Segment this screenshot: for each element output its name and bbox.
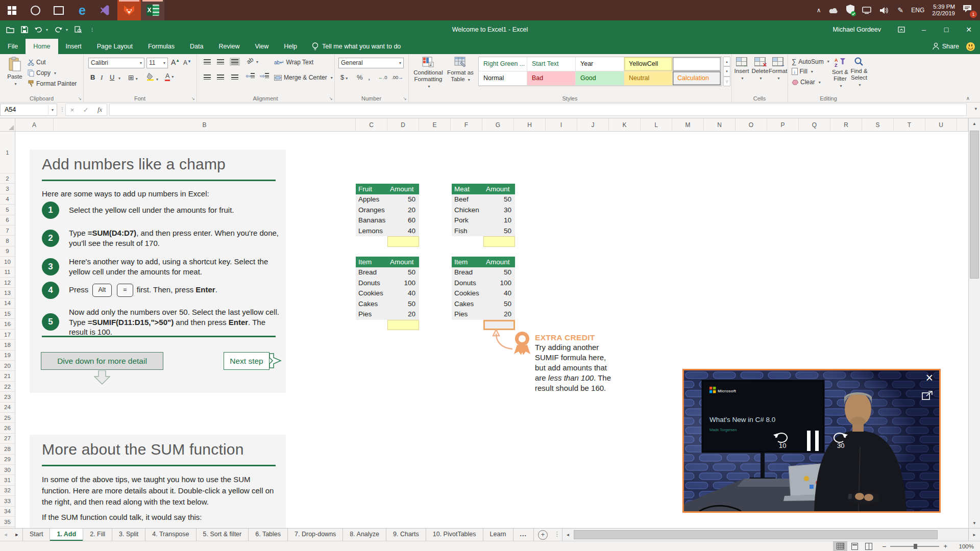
orange-answer-cell[interactable]: [483, 320, 515, 331]
table-row[interactable]: Cookies40: [356, 288, 419, 299]
vscroll-thumb[interactable]: [970, 131, 979, 279]
table-row[interactable]: Cakes50: [356, 299, 419, 310]
enter-formula-icon[interactable]: ✓: [83, 106, 89, 114]
row-header-4[interactable]: 4: [0, 194, 15, 205]
item-cell[interactable]: Bread: [356, 267, 387, 278]
table-row[interactable]: Apples50: [356, 194, 419, 205]
ribbon-tab-view[interactable]: View: [247, 39, 276, 54]
item-cell[interactable]: Donuts: [356, 278, 387, 289]
align-left-button[interactable]: [204, 74, 211, 80]
amount-cell[interactable]: 50: [387, 299, 419, 310]
decrease-decimal-button[interactable]: .00→: [391, 74, 403, 80]
amount-cell[interactable]: 50: [483, 267, 515, 278]
row-header-33[interactable]: 33: [0, 496, 15, 506]
column-header-M[interactable]: M: [672, 118, 704, 132]
row-header-31[interactable]: 31: [0, 475, 15, 485]
find-select-button[interactable]: Find & Select▾: [850, 57, 868, 88]
sheet-tab-1-add[interactable]: 1. Add: [50, 529, 83, 541]
row-header-26[interactable]: 26: [0, 423, 15, 433]
sheet-tab-start[interactable]: Start: [22, 529, 50, 541]
amount-cell[interactable]: 50: [483, 194, 515, 205]
amount-cell[interactable]: 30: [483, 205, 515, 216]
table-row[interactable]: Lemons40: [356, 226, 419, 237]
task-view-button[interactable]: [47, 0, 70, 20]
zoom-slider[interactable]: [890, 546, 939, 547]
row-header-22[interactable]: 22: [0, 382, 15, 392]
column-header-N[interactable]: N: [704, 118, 736, 132]
amount-cell[interactable]: 20: [387, 205, 419, 216]
cancel-formula-icon[interactable]: ×: [70, 106, 75, 114]
row-header-12[interactable]: 12: [0, 278, 15, 288]
pen-icon[interactable]: ✎: [897, 6, 903, 14]
table-row[interactable]: Pork10: [452, 215, 515, 226]
row-header-29[interactable]: 29: [0, 455, 15, 465]
item-cell[interactable]: Bread: [452, 267, 483, 278]
increase-indent-button[interactable]: ⇨: [260, 72, 269, 80]
cell-style-start-text[interactable]: Start Text: [527, 57, 576, 71]
ribbon-tab-formulas[interactable]: Formulas: [140, 39, 182, 54]
row-header-32[interactable]: 32: [0, 486, 15, 496]
number-format-combo[interactable]: General▾: [338, 58, 404, 68]
undo-button[interactable]: ▾: [35, 27, 48, 33]
signed-in-user[interactable]: Michael Gordeev: [833, 26, 881, 33]
format-painter-button[interactable]: Format Painter: [28, 80, 77, 87]
table-row[interactable]: Donuts100: [452, 278, 515, 289]
cut-button[interactable]: Cut: [28, 59, 46, 66]
ribbon-tab-review[interactable]: Review: [211, 39, 247, 54]
video-close-icon[interactable]: ×: [925, 371, 933, 384]
cell-style-normal[interactable]: Normal: [479, 71, 527, 86]
amount-cell[interactable]: 40: [483, 288, 515, 299]
clock[interactable]: 5:39 PM2/2/2019: [932, 4, 955, 17]
zoom-in-icon[interactable]: +: [943, 542, 947, 550]
align-center-button[interactable]: [217, 74, 224, 80]
cell-style-good[interactable]: Good: [576, 71, 624, 86]
select-all-corner[interactable]: [0, 118, 15, 132]
underline-dropdown-icon[interactable]: ▾: [118, 76, 120, 81]
item-cell[interactable]: Donuts: [452, 278, 483, 289]
edge-taskbar-button[interactable]: e: [70, 0, 94, 20]
table-row[interactable]: Pies20: [356, 309, 419, 320]
wrap-text-button[interactable]: ab↵ Wrap Text: [274, 59, 313, 66]
align-right-button[interactable]: [231, 74, 238, 80]
column-header-P[interactable]: P: [767, 118, 799, 132]
comma-button[interactable]: ,: [368, 72, 370, 81]
orientation-dropdown-icon[interactable]: ▾: [256, 60, 258, 64]
visual-studio-taskbar-button[interactable]: [94, 0, 117, 20]
row-header-23[interactable]: 23: [0, 392, 15, 402]
table-row[interactable]: Cookies40: [452, 288, 515, 299]
format-cells-button[interactable]: ↔ Format▾: [769, 57, 787, 82]
excel-taskbar-button[interactable]: X: [141, 0, 164, 20]
sheet-nav-right-icon[interactable]: ►: [11, 529, 22, 541]
gallery-scroll-down-icon[interactable]: ▼: [723, 66, 730, 76]
grow-font-button[interactable]: A▲: [171, 58, 180, 66]
item-cell[interactable]: Fish: [452, 226, 483, 237]
row-header-27[interactable]: 27: [0, 434, 15, 444]
font-size-combo[interactable]: 11▾: [146, 58, 168, 68]
formula-input[interactable]: [109, 104, 967, 116]
clear-button[interactable]: Clear▾: [792, 79, 821, 86]
bottom-align-button[interactable]: [231, 59, 238, 64]
ribbon-tab-data[interactable]: Data: [182, 39, 211, 54]
page-layout-view-button[interactable]: [847, 541, 862, 551]
cell-style-neutral[interactable]: Neutral: [624, 71, 673, 86]
customize-qat-icon[interactable]: ⋮: [90, 27, 94, 32]
shrink-font-button[interactable]: A▼: [183, 59, 191, 66]
row-header-1[interactable]: 1: [0, 132, 15, 173]
onedrive-icon[interactable]: [828, 7, 839, 14]
sheet-tab-5-sort-filter[interactable]: 5. Sort & filter: [197, 529, 249, 541]
close-button[interactable]: ✕: [958, 20, 980, 39]
cortana-button[interactable]: [23, 0, 47, 20]
top-align-button[interactable]: [204, 59, 211, 64]
font-color-button[interactable]: A▾: [165, 72, 174, 80]
row-header-30[interactable]: 30: [0, 465, 15, 475]
gallery-expand-icon[interactable]: ▽: [723, 77, 730, 86]
ribbon-tab-help[interactable]: Help: [276, 39, 305, 54]
italic-button[interactable]: I: [101, 73, 103, 82]
table-row[interactable]: Bananas60: [356, 215, 419, 226]
item-cell[interactable]: Bananas: [356, 215, 387, 226]
underline-button[interactable]: U: [110, 73, 114, 81]
column-header-O[interactable]: O: [736, 118, 767, 132]
sheet-tab-learn[interactable]: Learn: [483, 529, 513, 541]
column-header-C[interactable]: C: [356, 118, 387, 132]
hscroll-left-icon[interactable]: ◄: [562, 529, 573, 541]
